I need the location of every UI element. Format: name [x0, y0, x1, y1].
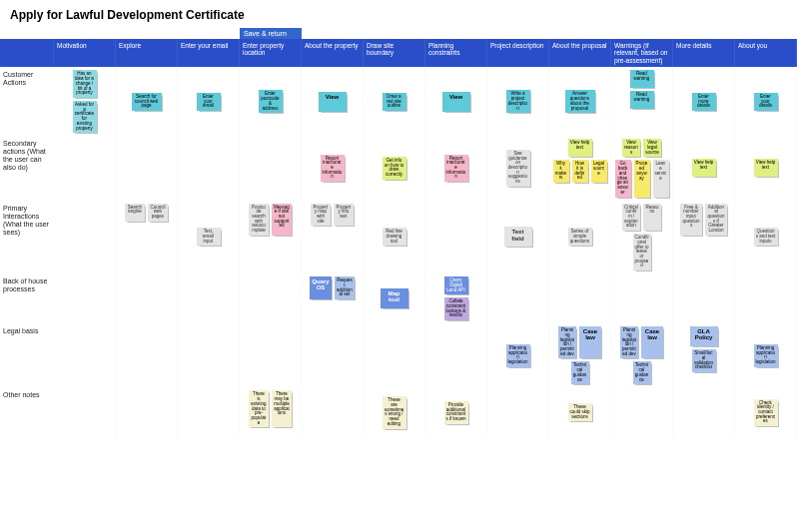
sticky-note[interactable]: Free & number input questions: [680, 204, 702, 236]
sticky-note[interactable]: Provide additional constraints if known: [444, 401, 468, 424]
sticky-note[interactable]: Report inaccurate information: [321, 155, 345, 183]
sticky-note[interactable]: Red line drawing tool: [383, 228, 406, 246]
sticky-note[interactable]: Enter postcode & address: [259, 90, 283, 113]
col-head-email: Enter your email: [178, 39, 240, 67]
sticky-note[interactable]: View reasons: [622, 139, 640, 157]
sticky-note[interactable]: Planning legislation / permitted dev: [620, 326, 638, 358]
sticky-note[interactable]: View: [319, 92, 347, 112]
sticky-note[interactable]: View help text: [692, 159, 716, 177]
sticky-note[interactable]: Read warning: [630, 70, 654, 88]
row-label-backhouse: Back of house processes: [0, 273, 54, 323]
sticky-note[interactable]: Series of simple questions: [568, 228, 592, 246]
row-label-customer: Customer Actions: [0, 67, 54, 136]
col-head-explore: Explore: [116, 39, 178, 67]
col-head-empty: [0, 39, 54, 67]
sticky-note[interactable]: Council web pages: [148, 204, 168, 222]
sticky-note[interactable]: Go back and change an answer: [615, 160, 631, 197]
sticky-note[interactable]: Asked for a certificate for existing pro…: [73, 101, 97, 133]
sticky-note[interactable]: View: [442, 92, 470, 112]
sticky-note[interactable]: Draw a red site outline: [383, 93, 406, 111]
sticky-note[interactable]: Technical guidance: [633, 361, 651, 384]
sticky-note[interactable]: Property map with site: [311, 204, 331, 227]
sticky-note[interactable]: Planning application legislation: [754, 344, 778, 367]
sticky-note[interactable]: Proceed anyway: [634, 160, 650, 197]
row-label-primary: Primary Interactions (What the user sees…: [0, 201, 54, 274]
sticky-note[interactable]: Text field: [504, 227, 532, 247]
page-title: Apply for Lawful Development Certificate: [0, 0, 799, 28]
sticky-note[interactable]: Postcode search with autocomplete: [249, 204, 269, 236]
sticky-note[interactable]: Query OS: [310, 276, 332, 299]
sticky-note[interactable]: Query Digital Land API: [444, 276, 468, 294]
sticky-note[interactable]: Planning application legislation: [506, 344, 530, 367]
sticky-note[interactable]: Check identity / contact preferences: [754, 399, 778, 427]
sticky-note[interactable]: Search engine: [125, 204, 145, 222]
sticky-note[interactable]: Conditional offer to leave or proceed: [633, 234, 651, 270]
sticky-note[interactable]: These are sometimes wrong / need editing: [383, 396, 406, 428]
sticky-note[interactable]: How it is defined: [572, 160, 588, 183]
col-head-warnings: Warnings (if relevant, based on pre-asse…: [611, 39, 673, 67]
row-label-other: Other notes: [0, 387, 54, 437]
sticky-note[interactable]: Small/local validation checklist: [692, 349, 716, 372]
col-head-planning-constraints: Planning constraints: [425, 39, 487, 67]
sticky-note[interactable]: See guidance on description suggestions: [506, 150, 530, 187]
sticky-note[interactable]: Search for council web page: [132, 93, 162, 111]
sticky-note[interactable]: Request additional set: [335, 276, 355, 299]
sticky-note[interactable]: Get info on how to draw correctly: [383, 157, 406, 180]
sticky-note[interactable]: Enter your email: [197, 93, 221, 111]
sticky-note[interactable]: There is existing data to pre-populate: [249, 390, 269, 427]
sticky-note[interactable]: Case law: [579, 326, 601, 358]
col-head-about-proposal: About the proposal: [549, 39, 611, 67]
sticky-note[interactable]: Enter more details: [692, 93, 716, 111]
sticky-note[interactable]: View help text: [568, 139, 592, 157]
sticky-note[interactable]: Planning legislation / permitted dev: [558, 326, 576, 358]
sticky-note[interactable]: Case law: [641, 326, 663, 358]
sticky-note[interactable]: Collate constraint lookups & results: [444, 297, 468, 320]
sticky-note[interactable]: Message if site not supported: [272, 204, 292, 236]
sticky-note[interactable]: Enter your details: [754, 93, 778, 111]
sticky-note[interactable]: View legal source: [643, 139, 661, 157]
col-head-motivation: Motivation: [54, 39, 116, 67]
sticky-note[interactable]: Read warning: [630, 91, 654, 109]
sticky-note[interactable]: Reasons: [643, 204, 661, 232]
sticky-note[interactable]: Critical confirm / explanation: [622, 204, 640, 232]
sticky-note[interactable]: Report inaccurate information: [444, 155, 468, 183]
col-head-project-description: Project description: [487, 39, 549, 67]
sticky-note[interactable]: View help text: [754, 159, 778, 177]
save-return-banner: Save & return: [240, 28, 302, 39]
sticky-note[interactable]: Has an idea for a change / bit of a prop…: [73, 70, 97, 98]
sticky-note[interactable]: These could skip sections: [568, 403, 592, 421]
row-label-secondary: Secondary actions (What the user can als…: [0, 136, 54, 200]
sticky-note[interactable]: Answer questions about the proposal: [565, 90, 595, 113]
col-head-more-details: More details: [673, 39, 735, 67]
sticky-note[interactable]: Legal source: [591, 160, 607, 183]
sticky-note[interactable]: Questions and text inputs: [754, 228, 778, 246]
sticky-note[interactable]: Leave service: [653, 160, 669, 197]
sticky-note[interactable]: Write a project description: [506, 90, 530, 113]
col-head-location: Enter property location: [240, 39, 302, 67]
sticky-note[interactable]: There may be multiple applications: [272, 390, 292, 427]
sticky-note[interactable]: Property info text: [334, 204, 354, 227]
col-head-draw-boundary: Draw site boundary: [364, 39, 425, 67]
sticky-note[interactable]: GLA Policy: [690, 326, 718, 346]
col-head-about-you: About you: [735, 39, 797, 67]
journey-map-grid: Save & return Motivation Explore Enter y…: [0, 28, 799, 437]
col-head-about-property: About the property: [302, 39, 364, 67]
row-label-legal: Legal basis: [0, 323, 54, 387]
sticky-note[interactable]: Text, email input: [197, 228, 221, 246]
sticky-note[interactable]: Additional questions if Greater London: [705, 204, 727, 236]
sticky-note[interactable]: Why it matters: [553, 160, 569, 183]
sticky-note[interactable]: Technical guidance: [571, 361, 589, 384]
sticky-note[interactable]: Map tool: [381, 288, 408, 308]
